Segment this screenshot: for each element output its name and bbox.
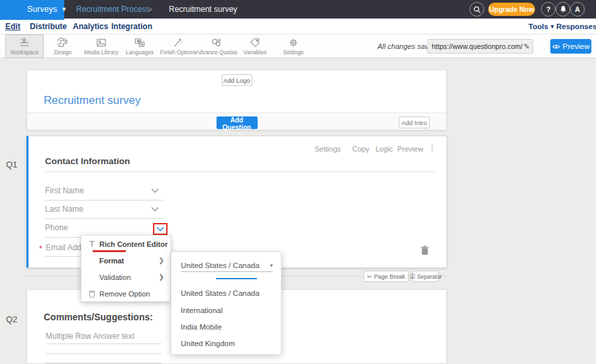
- chain-links-icon: [211, 38, 222, 48]
- gear-icon: [288, 38, 299, 48]
- menu-item-remove-option[interactable]: Remove Option: [81, 285, 170, 302]
- workspace-icon: [19, 38, 30, 48]
- q1-settings-link[interactable]: Settings: [315, 145, 341, 153]
- format-option-united-kingdom[interactable]: United Kingdom: [181, 340, 235, 347]
- q1-row-last-name[interactable]: Last Name: [45, 205, 83, 214]
- q1-row-phone-chevron-icon[interactable]: [156, 226, 164, 232]
- phone-row-context-menu: T Rich Content Editor Format ❯ Validatio…: [81, 235, 171, 302]
- toolbar-item-variables[interactable]: Variables: [236, 34, 274, 58]
- format-option-us-canada[interactable]: United States / Canada: [181, 289, 260, 297]
- top-navigation-bar: Surveys ▼ Recruitment Process > Recruitm…: [0, 0, 596, 19]
- svg-text:✱: ✱: [137, 39, 140, 43]
- format-select-focus-indicator: [216, 278, 257, 279]
- q2-answer-placeholder[interactable]: Multiple Row Answer text: [46, 332, 134, 341]
- tab-integration[interactable]: Integration: [111, 19, 152, 34]
- account-avatar[interactable]: A: [570, 2, 585, 17]
- search-button[interactable]: [470, 2, 484, 17]
- q1-title[interactable]: Contact Information: [45, 156, 130, 166]
- help-icon: ?: [546, 5, 551, 13]
- add-intro-button[interactable]: Add Intro: [399, 116, 430, 128]
- toolbar-item-languages[interactable]: ✱A Languages: [121, 34, 159, 58]
- q2-answer-line-1: [46, 343, 162, 344]
- breadcrumb-parent[interactable]: Recruitment Process: [76, 0, 150, 19]
- q1-delete-trash-icon[interactable]: [421, 246, 429, 255]
- toolbar-item-settings[interactable]: Settings: [274, 34, 313, 58]
- trash-icon: [87, 290, 97, 298]
- format-option-india-mobile[interactable]: India Mobile: [181, 323, 222, 331]
- search-icon: [473, 6, 481, 13]
- question-number-q1: Q1: [6, 159, 17, 169]
- page-break-button[interactable]: ✂Page Break: [364, 271, 409, 282]
- help-button[interactable]: ?: [541, 2, 556, 17]
- q1-preview-link[interactable]: Preview: [397, 145, 423, 153]
- edit-url-icon[interactable]: ✎: [524, 42, 530, 51]
- separator-box-icon: ☑: [410, 273, 415, 280]
- magic-wand-icon: [173, 38, 183, 48]
- tab-edit[interactable]: Edit: [5, 19, 21, 34]
- survey-header-card: Add Logo Recruitment survey Add Question…: [26, 69, 447, 130]
- format-option-international[interactable]: International: [181, 306, 223, 314]
- q1-row-phone[interactable]: Phone: [45, 223, 68, 232]
- tag-icon: [250, 38, 260, 48]
- toolbar-item-workspace[interactable]: Workspace: [5, 34, 44, 58]
- breadcrumb-current: Recruitment survey: [169, 0, 237, 19]
- responses-link[interactable]: Responses:4: [556, 19, 596, 34]
- q2-answer-line-3: [46, 363, 162, 363]
- avatar-initial: A: [575, 5, 580, 13]
- format-highlight-underline: [93, 250, 126, 252]
- submenu-arrow-icon: ❯: [159, 257, 164, 264]
- format-selected-value: United States / Canada: [181, 261, 260, 269]
- format-submenu-panel: United States / Canada ▾ United States /…: [171, 251, 281, 355]
- preview-button[interactable]: Preview: [550, 39, 591, 54]
- upgrade-now-button[interactable]: Upgrade Now: [488, 3, 535, 16]
- toolbar-item-media-library[interactable]: Media Library: [82, 34, 121, 58]
- phone-chevron-highlight-box: [153, 223, 168, 235]
- toolbar-item-design[interactable]: Design: [44, 34, 82, 58]
- q1-row-last-name-underline: [45, 218, 163, 219]
- product-menu-label: Surveys: [27, 5, 57, 14]
- q1-copy-link[interactable]: Copy: [352, 145, 370, 153]
- toolbar-item-advance-quotas[interactable]: Advance Quotas: [197, 34, 236, 58]
- chevron-down-icon: ▾: [270, 262, 273, 269]
- q2-answer-line-2: [46, 353, 162, 354]
- scissors-icon: ✂: [367, 273, 372, 280]
- eye-icon: [552, 44, 560, 50]
- add-logo-button[interactable]: Add Logo: [222, 74, 252, 86]
- required-marker: *: [39, 244, 42, 253]
- breadcrumb-separator: >: [148, 0, 152, 19]
- survey-title[interactable]: Recruitment survey: [44, 94, 140, 107]
- questionpro-survey-editor: Surveys ▼ Recruitment Process > Recruitm…: [0, 0, 596, 364]
- q1-row-first-name-chevron-icon[interactable]: [151, 188, 159, 193]
- q1-row-first-name-underline: [45, 200, 163, 201]
- q1-more-options-icon[interactable]: ⋮: [428, 143, 436, 153]
- translate-icon: ✱A: [134, 38, 145, 48]
- submenu-arrow-icon: ❯: [159, 273, 164, 281]
- toolbar-item-finish-options[interactable]: Finish Options: [159, 34, 197, 58]
- add-question-button[interactable]: Add Question: [217, 116, 258, 129]
- tab-distribute[interactable]: Distribute: [30, 19, 67, 34]
- image-icon: [96, 38, 107, 48]
- q1-logic-link[interactable]: Logic: [375, 145, 393, 153]
- menu-item-validation[interactable]: Validation ❯: [81, 269, 170, 285]
- question-number-q2: Q2: [6, 314, 17, 324]
- chevron-down-icon: ▾: [551, 23, 554, 30]
- survey-url-field[interactable]: https://www.questionpro.com/t/APNrFZ ✎: [427, 39, 533, 54]
- survey-url-text: https://www.questionpro.com/t/APNrFZ: [432, 42, 522, 50]
- format-select-dropdown[interactable]: United States / Canada ▾: [181, 259, 273, 272]
- svg-text:A: A: [140, 42, 143, 46]
- q2-title[interactable]: Comments/Suggestions:: [44, 312, 153, 322]
- q1-title-divider: [45, 171, 436, 172]
- bell-icon: [560, 5, 567, 13]
- q1-row-last-name-chevron-icon[interactable]: [151, 206, 159, 212]
- chevron-down-icon: ▼: [61, 6, 67, 13]
- separator-button[interactable]: ☑Separator: [413, 271, 439, 282]
- text-editor-icon: T: [87, 239, 97, 249]
- surveys-product-menu[interactable]: Surveys ▼: [0, 0, 64, 19]
- tools-dropdown[interactable]: Tools▾: [528, 19, 554, 34]
- palette-icon: [58, 38, 68, 48]
- q1-row-first-name[interactable]: First Name: [45, 186, 84, 195]
- notifications-button[interactable]: [556, 2, 570, 17]
- menu-item-format[interactable]: Format ❯: [81, 252, 170, 269]
- tab-analytics[interactable]: Analytics: [73, 19, 108, 34]
